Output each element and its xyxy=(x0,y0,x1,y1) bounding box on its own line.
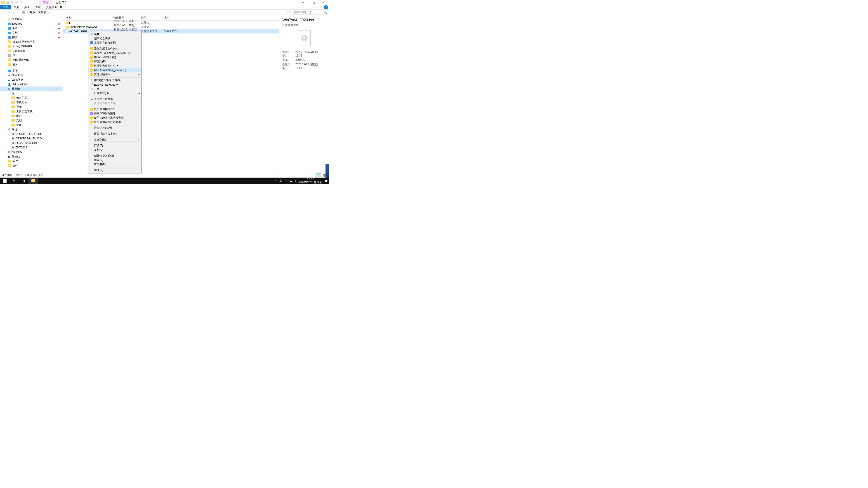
ctx-add-zip[interactable]: 添加到 "Win7x64_2020.zip" (T) xyxy=(88,51,141,55)
nav-folder[interactable]: 文件 xyxy=(0,163,63,168)
search-icon[interactable]: 🔍 xyxy=(324,11,327,14)
nav-net-pc[interactable]: 🖥ZMT2019 xyxy=(0,145,63,150)
nav-lib-item[interactable]: 天翼云盘下载 xyxy=(0,109,63,113)
ctx-youdao[interactable]: 上传到有道云笔记 xyxy=(88,41,141,45)
crumb-this-pc[interactable]: 此电脑 xyxy=(27,10,36,14)
explorer-taskbar-button[interactable] xyxy=(29,177,38,184)
nav-pictures[interactable]: 图片📌 xyxy=(0,35,63,39)
nav-libraries[interactable]: 🗃库 xyxy=(0,91,63,96)
ctx-mount[interactable]: 💿装载 xyxy=(88,32,141,36)
nav-network[interactable]: 🖧网络 xyxy=(0,127,63,132)
column-headers[interactable]: 名称 修改日期 类型 大小 xyxy=(63,15,279,21)
ctx-restore-version[interactable]: 还原以前的版本(V) xyxy=(88,132,141,136)
nav-lib-item[interactable]: 音乐 xyxy=(0,123,63,127)
help-icon[interactable]: ? xyxy=(324,5,328,9)
nav-lib-item[interactable]: 视频 xyxy=(0,105,63,109)
nav-drive-g[interactable]: G:\ xyxy=(0,53,63,58)
nav-desktop-root[interactable]: 桌面 xyxy=(0,68,63,73)
system-tray[interactable]: ⌃ 🔊 中 ⬓ ◆ 16:32 2020/12/25, 星期五 💬 xyxy=(275,178,329,184)
taskbar[interactable]: 🔍 ⊞ ⌃ 🔊 中 ⬓ ◆ 16:32 2020/12/25, 星期五 💬 xyxy=(0,177,329,184)
ribbon-tab-file[interactable]: 文件 xyxy=(0,5,11,9)
delete-icon[interactable]: ✕ xyxy=(10,0,14,4)
address-dropdown-icon[interactable]: ⌄ xyxy=(286,11,288,13)
ctx-baidu[interactable]: ☁上传到百度网盘 xyxy=(88,97,141,101)
nav-lib-item[interactable]: 文档 xyxy=(0,118,63,123)
clock[interactable]: 16:32 2020/12/25, 星期五 xyxy=(299,178,322,184)
col-type[interactable]: 类型 xyxy=(141,16,164,20)
tray-chevron-icon[interactable]: ⌃ xyxy=(275,180,277,183)
ctx-rename[interactable]: 重命名(M) xyxy=(88,162,141,166)
nav-net-pc[interactable]: 🖥PC-20190530OBLA xyxy=(0,141,63,145)
file-row[interactable]: 1 2020/12/15, 星期二 1... 文件夹 xyxy=(63,21,279,25)
ctx-open-with[interactable]: 打开方式(H)▶ xyxy=(88,91,141,95)
ctx-extract-here[interactable]: 解压到当前文件夹(X) xyxy=(88,64,141,68)
nav-folder[interactable]: excel表格制作求和 xyxy=(0,39,63,44)
qat-dropdown-icon[interactable]: ▼ xyxy=(19,0,23,4)
action-center-icon[interactable]: 💬 xyxy=(324,180,328,183)
ctx-share[interactable]: ↗共享 xyxy=(88,87,141,91)
ctx-360-unlock[interactable]: 使用 360解除占用 xyxy=(88,107,141,111)
crumb-drive[interactable]: 文档 (E:) xyxy=(37,10,49,14)
ctx-qq-send[interactable]: 通过QQ发送到 xyxy=(88,126,141,130)
ribbon-collapse-icon[interactable]: ⌄ xyxy=(318,5,323,9)
ctx-send-to[interactable]: 发送到(N)▶ xyxy=(88,138,141,142)
task-view-button[interactable]: ⊞ xyxy=(19,177,29,184)
search-input[interactable]: 搜索"文档 (E:)" 🔍 xyxy=(293,10,328,14)
ribbon-tab-disc-tools[interactable]: 光盘映像工具 xyxy=(43,5,65,9)
ctx-other-compress[interactable]: 其他压缩命令▶ xyxy=(88,72,141,76)
nav-wps[interactable]: ☁WPS网盘 xyxy=(0,77,63,82)
history-dropdown-icon[interactable]: ▼ xyxy=(12,11,14,13)
volume-icon[interactable]: 🔊 xyxy=(279,180,283,183)
ctx-extract-to[interactable]: 解压到(F)... xyxy=(88,59,141,64)
breadcrumb[interactable]: › 此电脑 › 文档 (E:) › xyxy=(20,10,286,14)
ribbon-tab-view[interactable]: 查看 xyxy=(33,5,43,9)
nav-folder[interactable]: YUNQISHI2019 xyxy=(0,44,63,48)
nav-onedrive[interactable]: ☁OneDrive xyxy=(0,73,63,77)
maximize-button[interactable]: ▢ xyxy=(308,0,319,5)
nav-lib-item[interactable]: 本机照片 xyxy=(0,100,63,105)
context-tab-manage[interactable]: 管理 xyxy=(39,0,53,5)
view-details-button[interactable]: ☰ xyxy=(316,173,321,177)
start-button[interactable] xyxy=(0,177,9,184)
ctx-360-force-delete[interactable]: 使用 360强力删除 xyxy=(88,111,141,116)
nav-folder[interactable]: 软件 xyxy=(0,159,63,163)
nav-net-pc[interactable]: 🖥DESKTOP-LSSOEDP xyxy=(0,132,63,136)
nav-recycle-bin[interactable]: 🗑回收站 xyxy=(0,154,63,159)
col-name[interactable]: 名称 xyxy=(63,16,114,20)
nav-desktop[interactable]: Desktop📌 xyxy=(0,22,63,26)
nav-folder[interactable]: Bandicam xyxy=(0,48,63,53)
ctx-shortcut[interactable]: 创建快捷方式(S) xyxy=(88,154,141,158)
properties-icon[interactable]: ▦ xyxy=(5,0,9,4)
nav-tree[interactable]: ★快速访问 Desktop📌 下载📌 文档📌 图片📌 excel表格制作求和 Y… xyxy=(0,15,63,173)
nav-folder[interactable]: 图片 xyxy=(0,62,63,67)
nav-control-panel[interactable]: ⚙控制面板 xyxy=(0,150,63,154)
ctx-copy[interactable]: 复制(C) xyxy=(88,148,141,152)
refresh-icon[interactable]: ↻ xyxy=(289,11,291,14)
ctx-burn[interactable]: 刻录光盘映像 xyxy=(88,36,141,41)
search-button[interactable]: 🔍 xyxy=(9,177,19,184)
nav-downloads[interactable]: 下载📌 xyxy=(0,26,63,31)
nav-folder[interactable]: win7重装win7 xyxy=(0,58,63,62)
tray-app-icon[interactable]: ⬓ xyxy=(290,180,292,183)
ctx-cut[interactable]: 剪切(T) xyxy=(88,143,141,148)
ctx-open-360[interactable]: 用360压缩打开(Q) xyxy=(88,55,141,59)
col-size[interactable]: 大小 xyxy=(164,16,178,20)
nav-lib-item[interactable]: 图片 xyxy=(0,113,63,118)
ctx-add-archive[interactable]: 添加到压缩文件(A)... xyxy=(88,46,141,51)
ctx-360-menu[interactable]: 使用 360管理右键菜单 xyxy=(88,120,141,124)
ctx-browse-honey[interactable]: ✿用 蜂蜜浏览器 浏览(3) xyxy=(88,78,141,83)
nav-quick-access[interactable]: ★快速访问 xyxy=(0,17,63,22)
ctx-properties[interactable]: 属性(R) xyxy=(88,168,141,172)
ctx-notepad-pp[interactable]: 📝Edit with Notepad++ xyxy=(88,83,141,87)
nav-documents[interactable]: 文档📌 xyxy=(0,31,63,35)
nav-this-pc[interactable]: 🖥此电脑 xyxy=(0,87,63,91)
ime-indicator[interactable]: 中 xyxy=(285,179,287,183)
up-button[interactable]: ↑ xyxy=(15,11,20,14)
undo-icon[interactable]: ↶ xyxy=(14,0,19,4)
ctx-360-scan[interactable]: 使用 360进行木马云查杀 xyxy=(88,116,141,120)
back-button[interactable]: ← xyxy=(1,11,6,14)
ribbon-tab-home[interactable]: 主页 xyxy=(11,5,22,9)
ribbon-tab-share[interactable]: 共享 xyxy=(22,5,33,9)
tray-app-icon[interactable]: ◆ xyxy=(294,180,297,183)
minimize-button[interactable]: ─ xyxy=(298,0,308,5)
